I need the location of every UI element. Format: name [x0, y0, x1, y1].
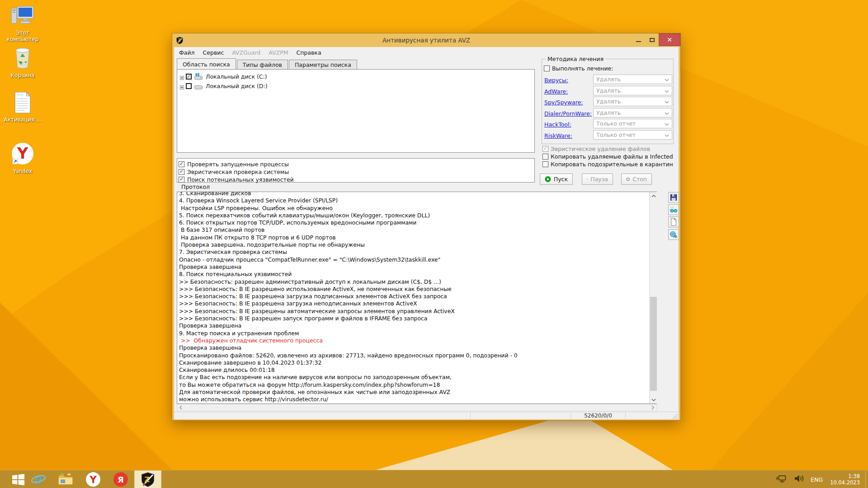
tray-time: 1:38: [848, 473, 860, 479]
language-indicator[interactable]: ENG: [811, 476, 823, 483]
expand-plus-icon: [180, 84, 184, 88]
log-line: >>> Безопасность: В IE разрешено использ…: [179, 286, 656, 293]
clear-protocol-button[interactable]: [668, 216, 679, 227]
protocol-log[interactable]: 3. Сканирование дисков4. Проверка Winsoc…: [177, 192, 657, 404]
menu-avzpm: AVZPM: [264, 47, 292, 58]
start-button-taskbar[interactable]: [8, 470, 28, 488]
yandex-icon: Y: [11, 142, 34, 167]
yandex-app-icon[interactable]: Я: [112, 470, 129, 488]
log-horizontal-scrollbar[interactable]: [177, 404, 657, 411]
combo-value: Удалять: [594, 98, 665, 105]
scan-option-checkbox[interactable]: [179, 177, 184, 183]
file-explorer-icon[interactable]: [57, 470, 74, 488]
treatment-category-link[interactable]: Spy/Spyware:: [544, 99, 583, 106]
perform-treatment-checkbox[interactable]: [544, 66, 550, 71]
treatment-action-combo[interactable]: Только отчет: [593, 119, 672, 128]
client-area: ФайлСервисAVZGuardAVZPMСправка Область п…: [174, 47, 679, 418]
desktop-icon-activation-doc[interactable]: Активация....: [0, 91, 45, 123]
scroll-up-icon[interactable]: [650, 192, 657, 200]
menu-file[interactable]: Файл: [175, 47, 199, 58]
expand-plus-icon: [180, 75, 184, 79]
desktop-icon-yandex-shortcut[interactable]: YYandex: [0, 142, 45, 174]
view-protocol-button[interactable]: [668, 204, 679, 215]
treatment-category-link[interactable]: RiskWare:: [544, 132, 572, 139]
tab-search-area[interactable]: Область поиска: [177, 58, 236, 69]
protocol-label: Протокол: [181, 183, 210, 190]
svg-text:Я: Я: [118, 475, 124, 484]
yandex-browser-icon[interactable]: Y: [85, 470, 102, 488]
log-vertical-scrollbar[interactable]: [649, 192, 657, 404]
menu-help[interactable]: Справка: [292, 47, 325, 58]
treatment-action-combo[interactable]: Только отчет: [593, 130, 672, 140]
combo-value: Удалять: [594, 76, 665, 83]
treatment-category-link[interactable]: Dialer/PornWare:: [544, 110, 592, 117]
drive-checkbox[interactable]: [186, 74, 192, 80]
tab-search-params[interactable]: Параметры поиска: [289, 60, 357, 69]
avz-taskbar-icon[interactable]: Z: [134, 470, 161, 488]
log-line: Если у Вас есть подозрение на наличие ви…: [179, 374, 656, 381]
save-protocol-button[interactable]: [668, 192, 679, 203]
chevron-down-icon: [665, 98, 672, 105]
chevron-down-icon: [665, 109, 672, 116]
treatment-category-row: AdWare:Удалять: [542, 85, 673, 97]
network-icon[interactable]: [775, 474, 787, 485]
treatment-action-combo[interactable]: Удалять: [593, 97, 672, 106]
scan-option-row[interactable]: Проверять запущенные процессы: [179, 160, 533, 168]
desktop-icon-label: Этот компьютер: [0, 30, 45, 42]
perform-treatment-row[interactable]: Выполнять лечение:: [544, 65, 613, 72]
tab-file-types[interactable]: Типы файлов: [237, 60, 288, 69]
drive-checkbox[interactable]: [186, 83, 192, 89]
menu-service[interactable]: Сервис: [199, 47, 228, 58]
clock[interactable]: 1:38 10.04.2023: [830, 473, 860, 486]
treatment-action-combo[interactable]: Удалять: [593, 75, 672, 84]
minimize-button[interactable]: [632, 33, 645, 46]
speaker-icon[interactable]: [793, 474, 804, 485]
log-line: Для автоматической проверки файлов, не о…: [179, 389, 656, 396]
log-line: Настройки LSP проверены. Ошибок не обнар…: [179, 205, 656, 212]
treatment-option-checkbox[interactable]: [542, 154, 548, 160]
maximize-button[interactable]: [645, 33, 659, 46]
log-line: можно использовать сервис http://virusde…: [179, 396, 656, 403]
pause-icon: [587, 176, 588, 183]
treatment-action-combo[interactable]: Удалять: [593, 108, 672, 117]
scan-counter: 52620/0/0: [571, 412, 626, 420]
titlebar[interactable]: Z Антивирусная утилита AVZ ✕: [172, 33, 680, 47]
treatment-action-combo[interactable]: Удалять: [593, 86, 672, 95]
chevron-down-icon: [665, 76, 672, 83]
treatment-option-label: Эвристическое удаление файлов: [551, 145, 650, 152]
show-desktop-button[interactable]: [865, 470, 868, 488]
scroll-down-icon[interactable]: [650, 396, 657, 404]
log-line: Сканирование завершено в 10.04.2023 01:3…: [179, 359, 656, 366]
treatment-category-link[interactable]: HackTool:: [544, 121, 571, 128]
protocol-toolbar: [668, 192, 679, 241]
send-protocol-button[interactable]: [668, 229, 679, 240]
desktop-icon-this-pc[interactable]: Этот компьютер: [0, 5, 45, 42]
treatment-category-row: RiskWare:Только отчет: [542, 130, 673, 141]
pause-button[interactable]: Пауза: [582, 174, 613, 185]
treatment-category-link[interactable]: Вирусы:: [544, 77, 568, 84]
desktop-icon-recycle-bin[interactable]: Корзина: [0, 47, 45, 79]
treatment-option-row[interactable]: Копировать удаляемые файлы в Infected: [542, 153, 678, 160]
internet-explorer-icon[interactable]: e: [30, 470, 47, 488]
treatment-title: Методика лечения: [546, 56, 605, 62]
scan-option-row[interactable]: Эвристическая проверка системы: [179, 168, 533, 175]
treatment-category-link[interactable]: AdWare:: [544, 88, 568, 95]
tray-date: 10.04.2023: [830, 479, 860, 486]
close-button[interactable]: ✕: [659, 33, 680, 46]
recycle-bin-icon: [12, 47, 33, 71]
drive-row[interactable]: Локальный диск (C:): [179, 72, 533, 81]
drive-row[interactable]: Локальный диск (D:): [179, 81, 533, 91]
scan-option-checkbox[interactable]: [179, 169, 184, 175]
treatment-option-checkbox[interactable]: [542, 161, 548, 167]
scrollbar-thumb[interactable]: [650, 297, 657, 391]
treatment-option-row[interactable]: Копировать подозрительные в карантин: [542, 160, 678, 168]
stop-button[interactable]: Стоп: [621, 174, 652, 185]
start-button[interactable]: Пуск: [540, 174, 573, 185]
scan-option-row[interactable]: Поиск потенциальных уязвимостей: [179, 176, 533, 183]
c-drive-icon: [194, 73, 203, 80]
scan-option-checkbox[interactable]: [179, 161, 184, 167]
log-line: Просканировано файлов: 52620, извлечено …: [179, 352, 656, 359]
scroll-right-icon[interactable]: [649, 404, 656, 411]
resize-grip[interactable]: [673, 413, 678, 418]
scroll-left-icon[interactable]: [177, 404, 184, 411]
